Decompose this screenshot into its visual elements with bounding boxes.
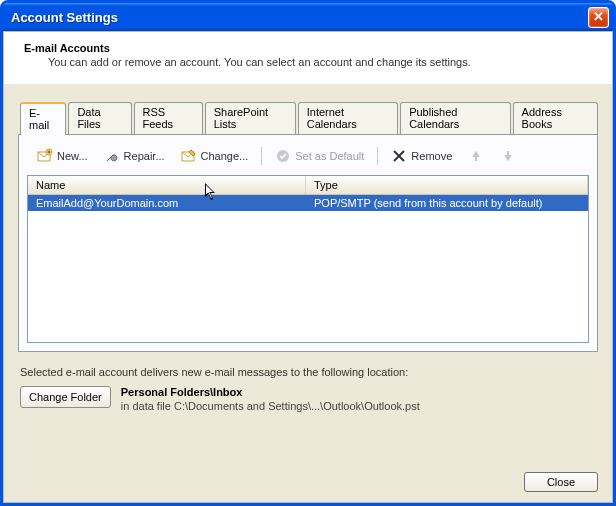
list-body[interactable]: EmailAdd@YourDomain.com POP/SMTP (send f… [28,195,588,342]
new-button[interactable]: New... [31,145,94,167]
account-settings-window: Account Settings ✕ E-mail Accounts You c… [0,0,616,506]
window-title: Account Settings [11,10,588,25]
check-circle-icon [275,148,291,164]
remove-button[interactable]: Remove [385,145,458,167]
column-type[interactable]: Type [306,176,588,194]
list-header: Name Type [28,176,588,195]
tab-email[interactable]: E-mail [20,102,66,135]
column-name[interactable]: Name [28,176,306,194]
footer: Close [4,462,612,502]
remove-icon [391,148,407,164]
tab-data-files[interactable]: Data Files [68,102,131,134]
tab-rss-feeds[interactable]: RSS Feeds [134,102,203,134]
accounts-list: Name Type EmailAdd@YourDomain.com POP/SM… [27,175,589,343]
list-item[interactable]: EmailAdd@YourDomain.com POP/SMTP (send f… [28,195,588,211]
tabs: E-mail Data Files RSS Feeds SharePoint L… [18,102,598,134]
delivery-location-path: in data file C:\Documents and Settings\.… [121,400,420,412]
page-subheading: You can add or remove an account. You ca… [48,56,592,68]
window-close-button[interactable]: ✕ [588,7,609,28]
tab-internet-calendars[interactable]: Internet Calendars [298,102,398,134]
repair-button[interactable]: Repair... [98,145,171,167]
tab-sharepoint-lists[interactable]: SharePoint Lists [205,102,296,134]
arrow-down-icon [500,148,516,164]
toolbar: New... Repair... Change... [27,143,589,175]
window-body: E-mail Accounts You can add or remove an… [3,31,613,503]
titlebar: Account Settings ✕ [3,3,613,31]
repair-icon [104,148,120,164]
change-icon [181,148,197,164]
cell-type: POP/SMTP (send from this account by defa… [306,195,588,211]
tab-panel-email: New... Repair... Change... [18,134,598,352]
close-icon: ✕ [593,9,604,24]
page-heading: E-mail Accounts [24,42,592,54]
move-down-button [494,145,522,167]
new-mail-icon [37,148,53,164]
tab-address-books[interactable]: Address Books [513,102,598,134]
delivery-location: Personal Folders\Inbox in data file C:\D… [121,386,420,412]
set-default-button: Set as Default [269,145,370,167]
tab-published-calendars[interactable]: Published Calendars [400,102,510,134]
toolbar-separator-2 [377,147,378,165]
delivery-intro: Selected e-mail account delivers new e-m… [20,366,596,378]
close-button[interactable]: Close [524,472,598,492]
toolbar-separator [261,147,262,165]
content-area: E-mail Data Files RSS Feeds SharePoint L… [4,84,612,462]
change-folder-button[interactable]: Change Folder [20,386,111,408]
arrow-up-icon [468,148,484,164]
delivery-area: Selected e-mail account delivers new e-m… [18,352,598,412]
header-area: E-mail Accounts You can add or remove an… [4,32,612,84]
move-up-button [462,145,490,167]
cell-name: EmailAdd@YourDomain.com [28,195,306,211]
change-button[interactable]: Change... [175,145,255,167]
delivery-location-name: Personal Folders\Inbox [121,386,420,398]
